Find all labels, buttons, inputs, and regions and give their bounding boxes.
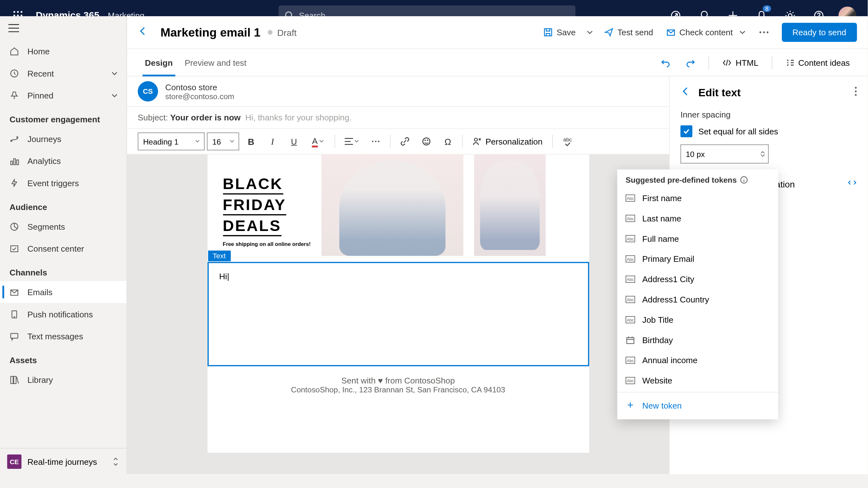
hero-image-1[interactable]: [321, 154, 464, 256]
nav-pinned-label: Pinned: [27, 91, 53, 100]
inner-spacing-label: Inner spacing: [681, 110, 857, 119]
hamburger-icon[interactable]: [0, 16, 126, 40]
nav-home[interactable]: Home: [0, 40, 126, 62]
nav-analytics[interactable]: Analytics: [0, 150, 126, 172]
token-header: Suggested pre-defined tokens: [617, 169, 778, 188]
svg-point-42: [375, 141, 376, 142]
svg-rect-31: [11, 376, 13, 384]
svg-point-46: [427, 140, 428, 141]
token-address1-country[interactable]: AbcAddress1 Country: [617, 289, 778, 310]
symbol-icon[interactable]: Ω: [438, 132, 458, 150]
tab-design[interactable]: Design: [139, 49, 179, 76]
back-arrow-icon[interactable]: [138, 26, 157, 39]
token-primary-email[interactable]: AbcPrimary Email: [617, 249, 778, 269]
sidebar: Home Recent Pinned Customer engagement J…: [0, 16, 127, 474]
subject-bar[interactable]: Subject: Your order is now Hi, thanks fo…: [127, 107, 669, 129]
nav-push-notifications[interactable]: Push notifications: [0, 303, 126, 325]
new-token-button[interactable]: +New token: [617, 394, 778, 417]
code-edit-icon[interactable]: [847, 178, 857, 190]
nav-journeys[interactable]: Journeys: [0, 128, 126, 150]
hero-section[interactable]: BLACK FRIDAY DEALS Free shipping on all …: [207, 154, 589, 256]
section-customer-engagement: Customer engagement: [0, 106, 126, 128]
hero-image-2[interactable]: [474, 154, 546, 256]
section-assets: Assets: [0, 347, 126, 369]
svg-point-44: [423, 138, 430, 145]
svg-point-21: [17, 136, 18, 138]
svg-point-45: [425, 140, 426, 141]
section-audience: Audience: [0, 194, 126, 215]
tab-preview[interactable]: Preview and test: [179, 49, 253, 76]
nav-segments[interactable]: Segments: [0, 215, 126, 237]
spinner-icon[interactable]: [760, 150, 766, 158]
font-size-select[interactable]: 16: [207, 132, 239, 150]
sender-name: Contoso store: [165, 82, 234, 92]
canvas-column: CS Contoso store store@contoso.com Subje…: [127, 77, 669, 474]
check-content-button[interactable]: Check content: [661, 24, 751, 41]
token-birthday[interactable]: Birthday: [617, 330, 778, 350]
emoji-icon[interactable]: [417, 132, 436, 150]
email-footer[interactable]: Sent with ♥ from ContosoShop ContosoShop…: [207, 366, 589, 404]
svg-point-3: [13, 14, 15, 16]
area-switcher[interactable]: CE Real-time journeys: [0, 448, 126, 474]
panel-title: Edit text: [698, 86, 741, 99]
sender-bar[interactable]: CS Contoso store store@contoso.com: [127, 77, 669, 107]
token-website[interactable]: AbcWebsite: [617, 370, 778, 391]
svg-point-47: [474, 138, 477, 141]
svg-point-1: [17, 11, 19, 13]
italic-icon[interactable]: I: [263, 132, 282, 150]
align-icon[interactable]: [340, 132, 364, 150]
underline-icon[interactable]: U: [284, 132, 303, 150]
text-content[interactable]: Hi: [219, 271, 229, 281]
save-button[interactable]: Save: [539, 24, 581, 41]
plus-icon: +: [626, 399, 635, 411]
svg-point-2: [21, 11, 23, 13]
svg-point-49: [855, 91, 857, 92]
more-actions-icon[interactable]: [754, 28, 773, 37]
svg-point-43: [378, 141, 379, 142]
text-block[interactable]: Text Hi: [207, 262, 589, 366]
panel-more-icon[interactable]: [855, 86, 857, 98]
nav-recent[interactable]: Recent: [0, 62, 126, 84]
status-dot-icon: [268, 30, 272, 35]
content-ideas-button[interactable]: Content ideas: [779, 54, 856, 71]
spacing-input[interactable]: 10 px: [681, 145, 769, 163]
font-color-icon[interactable]: A: [306, 132, 330, 150]
bold-icon[interactable]: B: [242, 132, 260, 150]
token-address1-city[interactable]: AbcAddress1 City: [617, 269, 778, 289]
nav-pinned[interactable]: Pinned: [0, 84, 126, 106]
svg-rect-26: [11, 246, 18, 252]
ready-to-send-button[interactable]: Ready to send: [782, 23, 857, 42]
personalization-button[interactable]: Personalization: [468, 136, 548, 146]
nav-event-triggers[interactable]: Event triggers: [0, 172, 126, 194]
spellcheck-icon[interactable]: abc: [557, 132, 578, 150]
text-toolbar: Heading 1 16 B I U A Ω Personalization a…: [127, 129, 669, 155]
token-job-title[interactable]: AbcJob Title: [617, 309, 778, 330]
main-area: Marketing email 1 Draft Save Test send C…: [127, 16, 868, 474]
more-format-icon[interactable]: [366, 132, 385, 150]
nav-library[interactable]: Library: [0, 369, 126, 391]
info-icon[interactable]: [740, 176, 748, 184]
ce-badge: CE: [7, 454, 22, 468]
nav-text-messages[interactable]: Text messages: [0, 325, 126, 347]
status-text: Draft: [277, 27, 297, 37]
nav-emails[interactable]: Emails: [0, 281, 126, 303]
svg-rect-33: [545, 29, 552, 36]
html-button[interactable]: HTML: [716, 54, 764, 71]
equal-sides-checkbox[interactable]: Set equal for all sides: [681, 125, 857, 137]
link-icon[interactable]: [395, 132, 414, 150]
undo-icon[interactable]: [655, 54, 677, 71]
redo-icon[interactable]: [680, 54, 702, 71]
test-send-button[interactable]: Test send: [599, 24, 658, 41]
style-select[interactable]: Heading 1: [138, 132, 205, 150]
panel-back-icon[interactable]: [681, 86, 691, 99]
token-full-name[interactable]: AbcFull name: [617, 228, 778, 249]
svg-point-29: [14, 316, 14, 317]
nav-consent-center[interactable]: Consent center: [0, 237, 126, 259]
token-last-name[interactable]: AbcLast name: [617, 208, 778, 228]
token-annual-income[interactable]: AbcAnnual income: [617, 350, 778, 370]
nav-home-label: Home: [27, 47, 50, 56]
svg-point-0: [13, 11, 15, 13]
svg-rect-24: [17, 159, 19, 164]
save-dropdown-icon[interactable]: [584, 25, 596, 39]
token-first-name[interactable]: AbcFirst name: [617, 188, 778, 208]
